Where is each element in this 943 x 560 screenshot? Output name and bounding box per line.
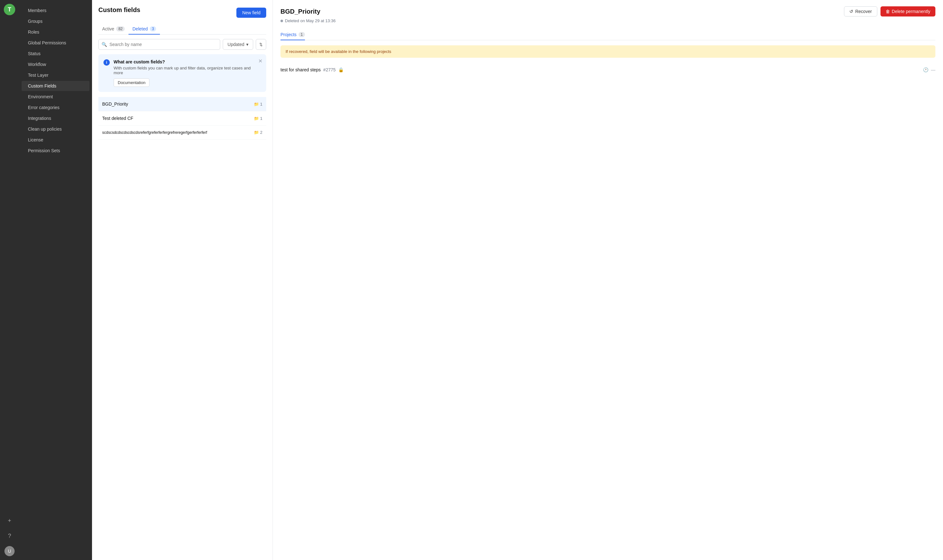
- recover-button[interactable]: ↺ Recover: [844, 6, 877, 17]
- field-project-count: 2: [260, 130, 262, 135]
- sidebar-item-roles[interactable]: Roles: [22, 27, 89, 37]
- search-row: 🔍 Updated ▾ ⇅: [99, 39, 266, 50]
- info-banner: i What are custom fields? With custom fi…: [99, 54, 266, 92]
- deleted-info-text: Deleted on May 29 at 13:36: [285, 18, 336, 23]
- avatar[interactable]: U: [5, 546, 15, 556]
- sidebar-item-permission-sets[interactable]: Permission Sets: [22, 146, 89, 156]
- search-input[interactable]: [99, 39, 220, 50]
- deleted-info: Deleted on May 29 at 13:36: [280, 18, 935, 23]
- sidebar-item-global-permissions[interactable]: Global Permissions: [22, 38, 89, 48]
- tabs-container: Active 82 Deleted 3: [99, 24, 266, 35]
- chevron-down-icon: ▾: [246, 42, 248, 47]
- search-wrapper: 🔍: [99, 39, 220, 50]
- field-item-long-name[interactable]: scdscsdcdscdscdscdsreferfgreferferfergre…: [99, 126, 266, 140]
- right-panel: BGD_Priority ↺ Recover 🗑 Delete permanen…: [273, 0, 943, 560]
- right-actions: ↺ Recover 🗑 Delete permanently: [844, 6, 935, 17]
- field-name: BGD_Priority: [102, 102, 128, 106]
- tab-active-count: 82: [116, 26, 125, 31]
- sort-icon: ⇅: [259, 42, 263, 47]
- field-name: scdscsdcdscdscdscdsreferfgreferferfergre…: [102, 130, 207, 135]
- trash-icon: 🗑: [886, 9, 890, 14]
- right-tab-label: Projects: [280, 32, 297, 37]
- tab-deleted-label: Deleted: [132, 26, 148, 31]
- project-name: test for shared steps #2775 🔒: [280, 67, 344, 72]
- deleted-dot: [280, 20, 283, 22]
- separator: —: [931, 67, 935, 72]
- new-field-button[interactable]: New field: [236, 8, 266, 18]
- info-description: With custom fields you can mark up and f…: [114, 66, 261, 75]
- tab-deleted[interactable]: Deleted 3: [128, 24, 160, 35]
- field-project-count: 1: [260, 116, 262, 121]
- sidebar: Members Groups Roles Global Permissions …: [19, 0, 92, 560]
- sidebar-item-license[interactable]: License: [22, 135, 89, 145]
- sidebar-item-custom-fields[interactable]: Custom Fields: [22, 81, 89, 91]
- project-label: test for shared steps: [280, 67, 321, 72]
- sidebar-item-workflow[interactable]: Workflow: [22, 59, 89, 69]
- documentation-button[interactable]: Documentation: [114, 78, 149, 87]
- recover-icon: ↺: [849, 9, 853, 14]
- info-content: What are custom fields? With custom fiel…: [114, 59, 261, 87]
- filter-label: Updated: [228, 42, 244, 47]
- history-icon[interactable]: 🕐: [923, 67, 928, 72]
- icon-bar: T + ? U: [0, 0, 19, 560]
- sidebar-item-clean-up-policies[interactable]: Clean up policies: [22, 124, 89, 134]
- page-title: Custom fields: [99, 6, 140, 14]
- add-button[interactable]: +: [5, 515, 15, 526]
- sort-button[interactable]: ⇅: [256, 39, 266, 50]
- panel-header: Custom fields New field: [99, 6, 266, 19]
- field-meta: 📁 2: [254, 130, 262, 135]
- sidebar-item-groups[interactable]: Groups: [22, 16, 89, 26]
- sidebar-item-status[interactable]: Status: [22, 49, 89, 58]
- recover-label: Recover: [855, 9, 872, 14]
- search-icon: 🔍: [102, 42, 107, 47]
- app-logo: T: [4, 4, 15, 15]
- field-project-count: 1: [260, 102, 262, 106]
- filter-button[interactable]: Updated ▾: [223, 39, 253, 50]
- info-icon: i: [103, 59, 110, 66]
- folder-icon: 📁: [254, 130, 259, 135]
- sidebar-item-environment[interactable]: Environment: [22, 92, 89, 102]
- info-title: What are custom fields?: [114, 59, 261, 65]
- sidebar-item-error-categories[interactable]: Error categories: [22, 102, 89, 112]
- tab-deleted-count: 3: [150, 26, 156, 31]
- project-id: #2775: [323, 67, 336, 72]
- field-item-bgd-priority[interactable]: BGD_Priority 📁 1: [99, 97, 266, 111]
- recovery-notice-text: If recovered, field will be available in…: [285, 49, 391, 54]
- field-item-test-deleted-cf[interactable]: Test deleted CF 📁 1: [99, 111, 266, 126]
- main-content: Custom fields New field Active 82 Delete…: [92, 0, 943, 560]
- delete-label: Delete permanently: [892, 9, 930, 14]
- sidebar-item-members[interactable]: Members: [22, 5, 89, 15]
- lock-icon: 🔒: [338, 67, 344, 72]
- right-header: BGD_Priority ↺ Recover 🗑 Delete permanen…: [280, 6, 935, 17]
- right-panel-title: BGD_Priority: [280, 8, 320, 15]
- recovery-notice: If recovered, field will be available in…: [280, 45, 935, 58]
- field-list: BGD_Priority 📁 1 Test deleted CF 📁 1 scd…: [99, 97, 266, 140]
- project-actions: 🕐 —: [923, 67, 935, 72]
- folder-icon: 📁: [254, 102, 259, 106]
- field-name: Test deleted CF: [102, 116, 133, 121]
- right-tab-count: 1: [299, 32, 305, 37]
- right-tabs: Projects 1: [280, 29, 935, 40]
- close-icon[interactable]: ✕: [258, 58, 262, 64]
- center-panel: Custom fields New field Active 82 Delete…: [92, 0, 273, 560]
- tab-active[interactable]: Active 82: [99, 24, 128, 35]
- right-tab-projects[interactable]: Projects 1: [280, 29, 305, 40]
- tab-active-label: Active: [102, 26, 114, 31]
- sidebar-item-integrations[interactable]: Integrations: [22, 113, 89, 123]
- folder-icon: 📁: [254, 116, 259, 121]
- delete-permanently-button[interactable]: 🗑 Delete permanently: [880, 6, 935, 17]
- field-meta: 📁 1: [254, 102, 262, 106]
- sidebar-item-test-layer[interactable]: Test Layer: [22, 70, 89, 80]
- project-item: test for shared steps #2775 🔒 🕐 —: [280, 64, 935, 75]
- field-meta: 📁 1: [254, 116, 262, 121]
- help-button[interactable]: ?: [5, 531, 15, 541]
